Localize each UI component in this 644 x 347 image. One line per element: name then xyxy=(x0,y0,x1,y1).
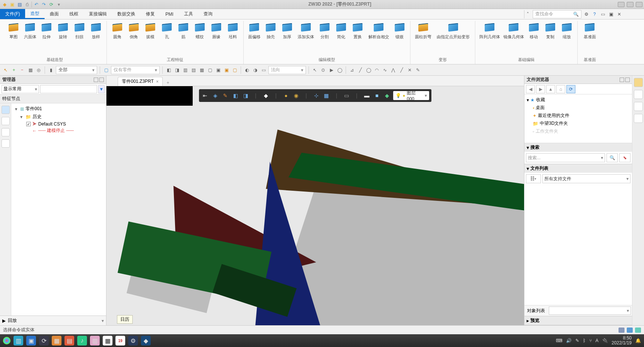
tree-hist[interactable]: 历史 xyxy=(33,114,42,120)
viewport[interactable]: ⇤ ◈ ✎ ◧ ◨ | ◆ | ● ◉ | ⊹ ▦ | ▭ | ▬ ■ ◆ xyxy=(106,86,524,325)
status-ic1[interactable] xyxy=(619,328,625,333)
v-black-icon[interactable]: ▬ xyxy=(363,91,371,100)
filter-icon[interactable]: ▦ xyxy=(27,67,34,73)
tab-shape[interactable]: 造型 xyxy=(25,9,45,19)
csys-check[interactable]: ✓ xyxy=(26,122,31,126)
rbtn-sketch[interactable]: 草图 xyxy=(6,21,21,39)
rbtn-copy[interactable]: 复制 xyxy=(543,21,558,39)
rbtn-revolve[interactable]: 旋转 xyxy=(55,21,70,39)
settings-icon[interactable]: ⚙ xyxy=(583,11,590,18)
plus-icon[interactable]: ＋ xyxy=(10,67,17,73)
tab-directedit[interactable]: 直接编辑 xyxy=(84,9,112,19)
tb-ic[interactable]: ✕ xyxy=(406,67,413,73)
v-gold-icon[interactable]: ● xyxy=(282,91,290,100)
vtab-3[interactable] xyxy=(1,128,10,136)
tray-power-icon[interactable]: 🔌 xyxy=(602,338,608,343)
v-grid-icon[interactable]: ▦ xyxy=(322,91,330,100)
vtab-4[interactable] xyxy=(1,139,10,148)
recent-label[interactable]: 最近使用的文件 xyxy=(538,112,569,119)
status-ic3[interactable] xyxy=(635,328,641,333)
rbtn-split[interactable]: 分割 xyxy=(317,21,332,39)
tb-ic[interactable]: ▭ xyxy=(260,67,267,73)
tb-app[interactable]: ⚙ xyxy=(128,336,138,346)
tab-file[interactable]: 文件(F) xyxy=(0,9,25,19)
rbtn-hex[interactable]: 六面体 xyxy=(22,21,37,39)
close-icon[interactable] xyxy=(625,78,630,82)
restore-icon[interactable]: ▣ xyxy=(608,11,614,18)
close2-icon[interactable]: ✕ xyxy=(616,11,623,18)
filter-icon[interactable]: ▼ xyxy=(98,85,105,93)
tb-ic[interactable]: ◯ xyxy=(336,67,343,73)
target-icon[interactable]: ◎ xyxy=(35,67,42,73)
v-exit-icon[interactable]: ⇤ xyxy=(201,91,209,100)
filetype-dropdown[interactable]: 所有支持文件▾ xyxy=(542,174,631,183)
tb-ic[interactable]: ▢ xyxy=(207,67,213,73)
v-cube-icon[interactable]: ◈ xyxy=(211,91,219,100)
tab-tools[interactable]: 工具 xyxy=(179,9,198,19)
tb-ic[interactable]: ◧ xyxy=(165,67,172,73)
tb-ic[interactable]: ╱ xyxy=(357,67,364,73)
tb-ic[interactable]: ◯ xyxy=(365,67,372,73)
status-ic2[interactable] xyxy=(627,328,633,333)
tray-volume-icon[interactable]: 🔊 xyxy=(566,338,572,343)
rbtn-inlay[interactable]: 镶嵌 xyxy=(392,21,407,39)
tray-a-icon[interactable]: A xyxy=(596,338,599,343)
tb-app[interactable]: ♪ xyxy=(77,336,87,346)
tab-query[interactable]: 查询 xyxy=(198,9,218,19)
box-icon[interactable]: ▢ xyxy=(103,67,109,73)
playback-dd[interactable]: ▾ xyxy=(102,318,104,323)
tb-calendar[interactable]: 19 xyxy=(115,336,125,346)
rbtn-addsolid[interactable]: 添加实体 xyxy=(296,21,316,39)
search-input[interactable]: 搜索...▾ xyxy=(526,153,605,162)
tab-pmi[interactable]: PMI xyxy=(160,9,178,19)
tab-surface[interactable]: 曲面 xyxy=(45,9,64,19)
tb-app[interactable]: ▣ xyxy=(26,336,36,346)
tb-zw3d[interactable]: ◆ xyxy=(141,336,151,346)
feature-tree[interactable]: ▾⊞零件001 ▾📁历史 ✓⮞Default CSYS ←----- 建模停止 … xyxy=(11,103,106,316)
play-icon[interactable]: ▶ xyxy=(2,318,6,323)
nav-back[interactable]: ◀ xyxy=(526,85,535,93)
tb-app[interactable]: ▦ xyxy=(52,336,61,346)
tb-ic[interactable]: ▤ xyxy=(190,67,197,73)
v-edge-icon[interactable]: ✎ xyxy=(222,91,229,100)
rbtn-hole[interactable]: 孔 xyxy=(159,21,174,39)
tab-dataexchange[interactable]: 数据交换 xyxy=(112,9,141,19)
rbtn-rib[interactable]: 筋 xyxy=(176,21,191,39)
rbtn-cylbend[interactable]: 圆柱折弯 xyxy=(413,21,433,39)
v-green-icon[interactable]: ◆ xyxy=(383,91,391,100)
rbtn-thicken[interactable]: 加厚 xyxy=(280,21,295,39)
tb-ic[interactable]: ▣ xyxy=(215,67,222,73)
rbtn-stock[interactable]: 坯料 xyxy=(225,21,240,39)
rbtn-simplify[interactable]: 简化 xyxy=(334,21,349,39)
tree-csys[interactable]: Default CSYS xyxy=(38,121,66,127)
rbtn-offset[interactable]: 面偏移 xyxy=(247,21,262,39)
tb-app[interactable]: ▥ xyxy=(90,336,100,346)
rvtab-3[interactable] xyxy=(634,102,643,111)
tray-keyboard-icon[interactable]: ⌨ xyxy=(556,338,562,343)
cursor-icon[interactable]: ↖ xyxy=(2,67,9,73)
rbtn-thread[interactable]: 螺纹 xyxy=(192,21,207,39)
select-all-dropdown[interactable]: 全部▾ xyxy=(56,66,97,74)
tb-ic[interactable]: ▦ xyxy=(198,67,205,73)
rbtn-mirror[interactable]: 镜像几何体 xyxy=(502,21,525,39)
tb-ic[interactable]: ◑ xyxy=(252,67,259,73)
tab-wireframe[interactable]: 线框 xyxy=(64,9,84,19)
file-list[interactable] xyxy=(524,185,632,305)
layer-dropdown[interactable]: 💡 ● 图层000 ▾ xyxy=(393,91,429,100)
tb-ic[interactable]: ▥ xyxy=(182,67,189,73)
select-dir-dropdown[interactable]: 法向▾ xyxy=(268,66,306,74)
tree-root[interactable]: 零件001 xyxy=(25,106,42,112)
refresh-icon[interactable]: ⟳ xyxy=(48,1,54,7)
collapse-ribbon-icon[interactable]: ˄ xyxy=(524,11,531,18)
tray-bell-icon[interactable]: 🔔 xyxy=(635,338,641,343)
pin-icon[interactable] xyxy=(620,78,624,82)
tree-stop[interactable]: ←----- 建模停止 ----- xyxy=(13,127,105,134)
rbtn-ptdeform[interactable]: 由指定点开始变形 xyxy=(434,21,472,39)
tb-ic[interactable]: ◨ xyxy=(174,67,180,73)
new-icon[interactable]: ◆ xyxy=(1,1,7,7)
rbtn-replace[interactable]: 置换 xyxy=(350,21,365,39)
preview-header[interactable]: 预览 xyxy=(530,317,539,324)
filelist-header[interactable]: 文件列表 xyxy=(530,165,548,172)
minimize-button[interactable] xyxy=(618,2,625,7)
nav-up[interactable]: ▲ xyxy=(546,85,555,93)
